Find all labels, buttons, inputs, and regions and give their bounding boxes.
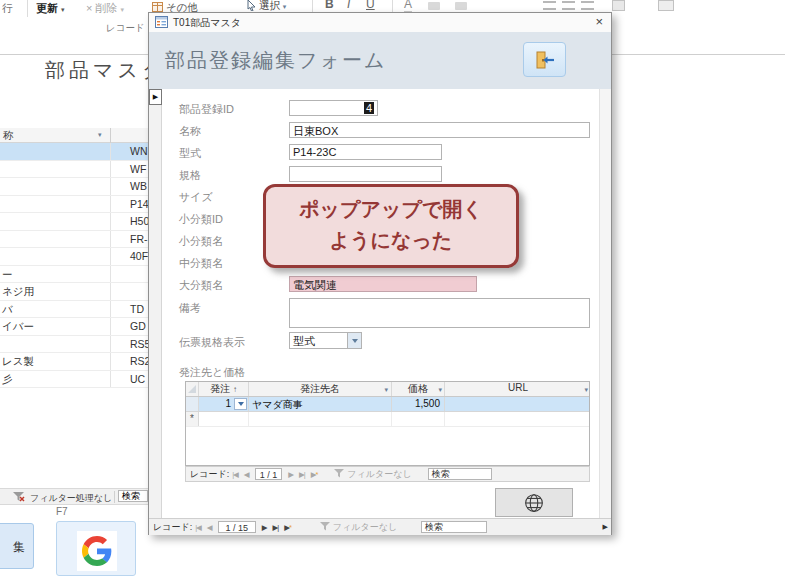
column-header-id[interactable]: 発注 ↑ [199,382,249,396]
google-search-button[interactable] [56,521,136,576]
status-filter-text[interactable]: フィルター処理なし [30,492,112,505]
cell-name-partial: イバー [2,320,34,334]
field-label-remarks: 備考 [179,301,201,316]
column-header-url[interactable]: URL▾ [445,382,591,396]
edit-button[interactable]: 集 [0,523,34,569]
ribbon-delete-button[interactable]: × 削除 ▾ [86,1,124,16]
field-input-id[interactable]: 4 [289,100,378,116]
ribbon-delete-label: 削除 [96,2,118,14]
status-search-box[interactable]: 検索 [118,490,148,502]
table-row[interactable]: WB [0,178,148,196]
filter-arrow-icon[interactable]: ▾ [384,386,388,394]
dialog-title: T01部品マスタ [173,16,241,30]
web-globe-button[interactable] [495,488,573,517]
column-header-price[interactable]: 価格▾ [392,382,445,396]
cell-id[interactable]: 1 [199,397,249,411]
combo-dropdown-button[interactable] [234,398,247,410]
field-input-model[interactable]: P14-23C [289,144,442,160]
table-row[interactable]: P14 [0,196,148,214]
field-input-major-name[interactable]: 電気関連 [289,276,477,292]
ribbon-bold-button[interactable]: B [325,0,334,11]
ribbon-italic-button[interactable]: I [347,0,350,11]
nav-next-button[interactable]: ▶ [288,470,293,479]
column-header-vendor[interactable]: 発注先名▾ [249,382,392,396]
subform-corner-cell[interactable] [186,382,199,396]
align-center-icon[interactable] [562,1,575,10]
alt-row-color-icon[interactable] [658,0,674,11]
chevron-down-icon [238,402,244,406]
nav-next-button[interactable]: ▶ [262,523,267,532]
field-input-remarks[interactable] [289,298,590,328]
record-position-box[interactable]: 1 / 1 [255,468,283,480]
subform-row-selected[interactable]: 1 ヤマダ商事 1,500 [186,397,589,412]
table-row[interactable]: WN [0,143,148,161]
chevron-down-icon: ▾ [121,6,125,13]
datasheet-header-row[interactable]: 称 ▾ [0,128,148,143]
table-row[interactable]: レス製RS2 [0,353,148,371]
field-input-name[interactable]: 日東BOX [289,122,590,138]
combo-dropdown-button[interactable] [347,333,361,348]
row-selector-cell[interactable] [186,397,199,411]
table-row[interactable]: RS5 [0,336,148,354]
subform-new-row[interactable]: * [186,412,589,427]
cell-url[interactable] [445,397,591,411]
table-row[interactable]: ー [0,266,148,284]
align-right-icon[interactable] [581,1,594,10]
row-selector-cell[interactable]: * [186,412,199,426]
column-divider [110,301,111,318]
table-row[interactable]: イバーGD [0,318,148,336]
new-record-icon: * [190,413,194,424]
nav-prev-button[interactable]: ◀ [207,523,212,532]
close-icon[interactable]: × [595,14,603,29]
vertical-scrollbar[interactable] [599,89,611,518]
table-row[interactable]: FR- [0,231,148,249]
table-row[interactable]: ネジ用 [0,283,148,301]
table-row[interactable]: WF [0,161,148,179]
chevron-down-icon: ▾ [61,6,65,13]
fill-pen-icon[interactable] [455,2,467,10]
dialog-titlebar[interactable]: T01部品マスタ × [149,13,611,32]
field-input-standard[interactable] [289,166,442,182]
nav-new-button[interactable]: ▶* [284,523,291,532]
form-icon [155,16,168,28]
main-search-box[interactable]: 検索 [421,521,487,533]
cell-name-partial: バ [2,303,13,317]
column-header-label: 発注 [210,383,230,394]
column-divider [110,336,111,353]
align-left-icon[interactable] [543,1,556,10]
subform-search-box[interactable]: 検索 [428,468,492,480]
gridlines-icon[interactable] [612,0,625,11]
record-position-box[interactable]: 1 / 15 [218,521,256,533]
hscroll-right-arrow[interactable]: ▶ [603,523,608,531]
nav-last-button[interactable]: ▶| [299,470,305,479]
ribbon-underline-button[interactable]: U [366,0,375,11]
filter-arrow-icon[interactable]: ▾ [438,386,442,394]
field-combo-slip-display[interactable]: 型式 [289,332,362,349]
cell-code-partial: WN [130,145,148,157]
table-row[interactable]: 40F [0,248,148,266]
cell-price[interactable]: 1,500 [392,397,445,411]
field-label-standard: 規格 [179,168,201,183]
table-row[interactable]: バTD [0,301,148,319]
cell-vendor[interactable]: ヤマダ商事 [249,397,392,411]
highlight-pen-icon[interactable] [428,2,440,10]
nav-first-button[interactable]: |◀ [232,470,238,479]
filter-arrow-icon[interactable]: ▾ [98,131,102,139]
callout-line2: ようになった [266,225,516,256]
nav-new-button[interactable]: ▶* [311,470,318,479]
background-datasheet: 称 ▾ WNWFWBP14H50FR-40Fーネジ用バTDイバーGDRS5レス製… [0,128,148,388]
table-row[interactable]: H50 [0,213,148,231]
f7-hint: F7 [56,506,68,517]
filter-off-icon[interactable] [13,492,25,503]
nav-first-button[interactable]: |◀ [195,523,201,532]
ribbon-separator [27,0,28,17]
table-row[interactable]: 彡UC [0,371,148,389]
nav-last-button[interactable]: ▶| [272,523,278,532]
column-divider [110,161,111,178]
selected-text: 4 [364,102,374,114]
filter-arrow-icon[interactable]: ▾ [584,386,588,394]
ribbon-update-button[interactable]: 更新 ▾ [36,1,65,16]
field-label-major-name: 大分類名 [179,278,223,293]
nav-prev-button[interactable]: ◀ [244,470,249,479]
close-form-button[interactable] [523,42,566,77]
